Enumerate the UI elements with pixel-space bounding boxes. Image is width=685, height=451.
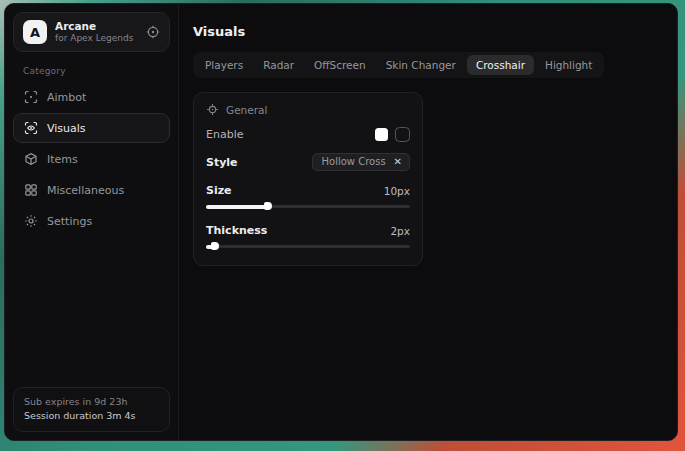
tab-radar[interactable]: Radar [254, 55, 303, 75]
thickness-value: 2px [390, 225, 410, 237]
style-selected-value: Hollow Cross [322, 156, 386, 167]
sidebar-item-aimbot[interactable]: Aimbot [13, 82, 170, 112]
tab-highlight[interactable]: Highlight [536, 55, 601, 75]
sidebar-item-settings[interactable]: Settings [13, 206, 170, 236]
app-logo: A [23, 20, 47, 44]
grid-icon [24, 183, 38, 197]
size-slider[interactable] [206, 201, 410, 211]
category-label: Category [23, 66, 178, 76]
tab-offscreen[interactable]: OffScreen [305, 55, 375, 75]
color-swatch[interactable] [375, 128, 388, 141]
app-header-card: A Arcane for Apex Legends [13, 12, 170, 52]
crosshair-icon [206, 103, 219, 116]
sidebar-item-label: Miscellaneous [47, 184, 124, 197]
sidebar-item-label: Settings [47, 215, 92, 228]
style-row: Style Hollow Cross ✕ [206, 153, 410, 171]
thickness-slider-thumb[interactable] [211, 242, 219, 250]
tab-bar: Players Radar OffScreen Skin Changer Cro… [193, 52, 604, 78]
sidebar-item-label: Items [47, 153, 78, 166]
app-window: A Arcane for Apex Legends Category [4, 3, 678, 441]
sidebar: A Arcane for Apex Legends Category [5, 4, 179, 440]
sidebar-item-label: Visuals [47, 122, 86, 135]
app-name: Arcane [55, 20, 138, 33]
enable-row: Enable [206, 127, 410, 142]
size-row: Size 10px [206, 184, 410, 197]
sidebar-item-visuals[interactable]: Visuals [13, 113, 170, 143]
sub-expires-text: Sub expires in 9d 23h [24, 395, 159, 410]
main-content: Visuals Players Radar OffScreen Skin Cha… [179, 4, 677, 440]
sidebar-item-miscellaneous[interactable]: Miscellaneous [13, 175, 170, 205]
crosshair-scan-icon [24, 90, 38, 104]
size-slider-thumb[interactable] [264, 202, 272, 210]
size-label: Size [206, 184, 232, 197]
package-icon [24, 152, 38, 166]
style-select[interactable]: Hollow Cross ✕ [312, 153, 410, 171]
thickness-label: Thickness [206, 224, 267, 237]
sidebar-nav: Aimbot Visuals [5, 82, 178, 237]
sidebar-item-label: Aimbot [47, 91, 86, 104]
thickness-row: Thickness 2px [206, 224, 410, 237]
thickness-slider-track [206, 245, 410, 248]
tab-skin-changer[interactable]: Skin Changer [377, 55, 465, 75]
clear-icon[interactable]: ✕ [394, 156, 402, 167]
tab-crosshair[interactable]: Crosshair [467, 55, 534, 75]
panel-header: General [206, 103, 410, 116]
enable-controls [375, 127, 410, 142]
app-subtitle: for Apex Legends [55, 33, 138, 44]
enable-checkbox[interactable] [395, 127, 410, 142]
style-label: Style [206, 156, 238, 169]
subscription-info-card: Sub expires in 9d 23h Session duration 3… [13, 387, 170, 432]
page-title: Visuals [193, 24, 663, 39]
session-duration-text: Session duration 3m 4s [24, 409, 159, 424]
sidebar-item-items[interactable]: Items [13, 144, 170, 174]
target-icon[interactable] [146, 25, 160, 39]
general-panel: General Enable Style Hollow Cross ✕ Size… [193, 92, 423, 266]
app-titles: Arcane for Apex Legends [55, 20, 138, 44]
size-slider-fill [206, 205, 267, 209]
enable-label: Enable [206, 128, 243, 141]
thickness-slider[interactable] [206, 241, 410, 251]
size-value: 10px [384, 185, 410, 197]
panel-title: General [226, 104, 267, 116]
eye-scan-icon [24, 121, 38, 135]
gear-icon [24, 214, 38, 228]
tab-players[interactable]: Players [196, 55, 252, 75]
